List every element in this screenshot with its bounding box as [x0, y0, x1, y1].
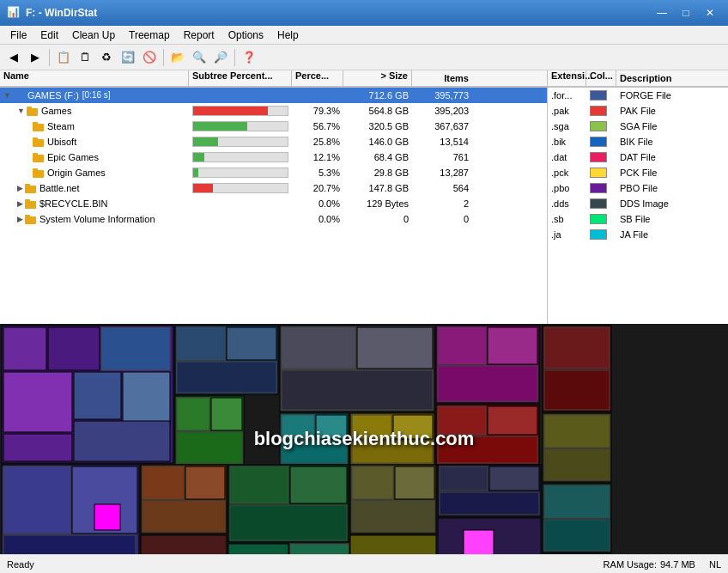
- ext-row[interactable]: .sga SGA File: [548, 119, 728, 134]
- toolbar-btn-refresh[interactable]: 🔄: [118, 47, 138, 68]
- row-label: Origin Games: [47, 168, 106, 178]
- toolbar-btn-back[interactable]: ◀: [3, 47, 24, 68]
- tree-row[interactable]: ▼ Games 79.3% 564.8 GB 395,203: [0, 103, 547, 119]
- ext-row[interactable]: .bik BIK File: [548, 134, 728, 149]
- svg-rect-38: [357, 327, 433, 369]
- row-name: ▶ System Volume Information: [0, 214, 189, 224]
- row-perce: 12.1%: [292, 152, 343, 162]
- toolbar-btn-delete[interactable]: 🚫: [139, 47, 160, 68]
- toolbar-btn-zoom-out[interactable]: 🔎: [210, 47, 231, 68]
- toolbar-btn-help[interactable]: ❓: [239, 47, 259, 68]
- ext-row[interactable]: .pbo PBO File: [548, 180, 728, 196]
- ext-header: Extensi... Col... Description: [548, 70, 728, 88]
- minimize-button[interactable]: —: [651, 4, 673, 21]
- close-button[interactable]: ✕: [699, 4, 721, 21]
- row-items: 564: [412, 183, 472, 193]
- row-perce: 56.7%: [292, 121, 343, 131]
- ext-row[interactable]: .dat DAT File: [548, 149, 728, 165]
- svg-rect-49: [438, 327, 486, 364]
- ext-cell-ext: .pak: [548, 106, 586, 116]
- tree-row[interactable]: ▶ Battle.net 20.7% 147.8 GB 564: [0, 180, 547, 196]
- tree-row[interactable]: Steam 56.7% 320.5 GB 367,637: [0, 119, 547, 134]
- menu-cleanup[interactable]: Clean Up: [65, 27, 122, 43]
- menu-help[interactable]: Help: [270, 27, 306, 43]
- ext-cell-col: [586, 90, 616, 101]
- menu-treemap[interactable]: Treemap: [122, 27, 177, 43]
- toolbar-btn-fwd[interactable]: ▶: [25, 47, 46, 68]
- row-name: ▶ Battle.net: [0, 183, 189, 193]
- toolbar-btn-folder[interactable]: 📂: [167, 47, 188, 68]
- tree-row[interactable]: Epic Games 12.1% 68.4 GB 761: [0, 149, 547, 165]
- progress-bar: [192, 183, 288, 193]
- ext-cell-col: [586, 121, 616, 131]
- ext-body[interactable]: .for... FORGE File .pak PAK File .sga SG…: [548, 88, 728, 324]
- ext-row[interactable]: .dds DDS Image: [548, 196, 728, 211]
- expand-icon[interactable]: ▶: [17, 199, 23, 208]
- row-subtree: [189, 137, 292, 147]
- treemap-area[interactable]: blogchiasekienthuc.com: [0, 324, 728, 554]
- folder-icon: [33, 121, 45, 131]
- menu-edit[interactable]: Edit: [33, 27, 65, 43]
- row-name: ▶ $RECYCLE.BIN: [0, 198, 189, 209]
- color-swatch: [590, 152, 607, 162]
- ext-cell-ext: .pck: [548, 168, 586, 178]
- ext-cell-ext: .pbo: [548, 183, 586, 193]
- toolbar-btn-recycle[interactable]: ♻: [96, 47, 117, 68]
- toolbar-btn-zoom-in[interactable]: 🔍: [189, 47, 209, 68]
- svg-rect-5: [33, 122, 38, 125]
- ext-cell-desc: JA File: [616, 229, 728, 240]
- ext-cell-desc: PCK File: [616, 168, 728, 178]
- toolbar-btn-copy[interactable]: 📋: [53, 47, 74, 68]
- row-size: 146.0 GB: [343, 137, 412, 147]
- svg-rect-85: [544, 415, 610, 448]
- tree-row[interactable]: Ubisoft 25.8% 146.0 GB 13,514: [0, 134, 547, 149]
- svg-rect-74: [352, 501, 434, 532]
- menu-report[interactable]: Report: [177, 27, 221, 43]
- tree-row[interactable]: ▶ $RECYCLE.BIN 0.0% 129 Bytes 2: [0, 196, 547, 211]
- progress-bar: [192, 168, 288, 178]
- svg-rect-88: [544, 485, 610, 518]
- tree-row[interactable]: Origin Games 5.3% 29.8 GB 13,287: [0, 165, 547, 180]
- ext-cell-col: [586, 214, 616, 224]
- row-items: 367,637: [412, 121, 472, 131]
- tree-body[interactable]: ▼ GAMES (F:) [0:16 s] 712.6 GB 395,773 ▼…: [0, 88, 547, 324]
- svg-rect-33: [177, 398, 209, 430]
- row-size: 564.8 GB: [343, 106, 412, 116]
- svg-rect-6: [33, 139, 44, 147]
- svg-rect-70: [290, 544, 349, 554]
- ram-label: RAM Usage:: [604, 559, 657, 570]
- ext-row[interactable]: .sb SB File: [548, 211, 728, 227]
- svg-rect-23: [3, 434, 72, 461]
- color-swatch: [590, 229, 607, 240]
- ext-row[interactable]: .ja JA File: [548, 227, 728, 242]
- progress-bar: [192, 152, 288, 162]
- expand-icon[interactable]: ▼: [3, 91, 11, 100]
- svg-rect-26: [123, 372, 170, 424]
- color-swatch: [590, 183, 607, 193]
- col-header-name: Name: [0, 70, 189, 86]
- tree-row[interactable]: ▼ GAMES (F:) [0:16 s] 712.6 GB 395,773: [0, 88, 547, 103]
- tree-row[interactable]: ▶ System Volume Information 0.0% 0 0: [0, 211, 547, 227]
- status-ready: Ready: [7, 559, 604, 570]
- window-title: F: - WinDirStat: [26, 7, 651, 19]
- expand-icon[interactable]: ▶: [17, 215, 23, 223]
- expand-icon[interactable]: ▶: [17, 184, 23, 192]
- color-swatch: [590, 168, 607, 178]
- menu-file[interactable]: File: [3, 27, 33, 43]
- folder-icon: [13, 90, 25, 101]
- row-name: Ubisoft: [0, 137, 189, 147]
- ext-row[interactable]: .pak PAK File: [548, 103, 728, 119]
- svg-rect-92: [464, 530, 494, 554]
- expand-icon[interactable]: ▼: [17, 107, 25, 115]
- ext-row[interactable]: .pck PCK File: [548, 165, 728, 180]
- maximize-button[interactable]: □: [675, 4, 697, 21]
- folder-icon: [33, 168, 45, 178]
- menu-options[interactable]: Options: [221, 27, 270, 43]
- row-name: ▼ GAMES (F:) [0:16 s]: [0, 90, 189, 101]
- ext-cell-desc: SGA File: [616, 121, 728, 131]
- color-swatch: [590, 214, 607, 224]
- toolbar-btn-view[interactable]: 🗒: [75, 47, 95, 68]
- ext-row[interactable]: .for... FORGE File: [548, 88, 728, 103]
- ext-cell-col: [586, 137, 616, 147]
- row-items: 0: [412, 214, 472, 224]
